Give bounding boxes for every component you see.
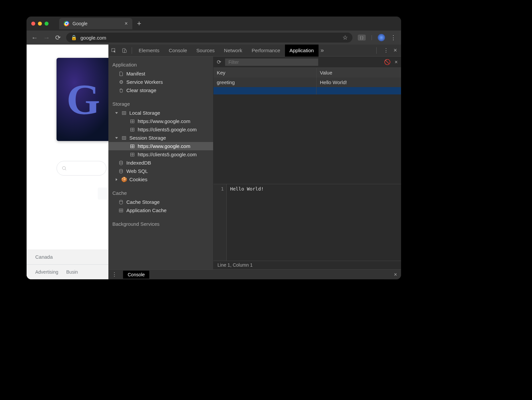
- window-titlebar: Google × +: [27, 17, 401, 31]
- sidebar-item-local-origin-0[interactable]: https://www.google.com: [108, 117, 213, 125]
- footer-link-business[interactable]: Busin: [66, 269, 78, 275]
- bookmark-star-icon[interactable]: ☆: [342, 34, 348, 41]
- minimize-window-icon[interactable]: [38, 22, 42, 26]
- chevron-down-icon: [115, 137, 118, 139]
- search-icon: [62, 166, 67, 171]
- svg-point-0: [63, 167, 66, 170]
- devtools-menu-icon[interactable]: ⋮: [383, 47, 389, 54]
- svg-point-25: [119, 200, 122, 201]
- database-icon: [118, 160, 124, 166]
- column-key[interactable]: Key: [213, 68, 317, 77]
- tab-performance[interactable]: Performance: [247, 45, 285, 57]
- table-icon: [130, 152, 135, 157]
- sidebar-item-websql[interactable]: Web SQL: [108, 167, 213, 175]
- browser-window: Google × + ← → ⟳ 🔒 google.com ☆ { } | ⋮ …: [27, 17, 401, 279]
- close-devtools-icon[interactable]: ×: [393, 47, 397, 54]
- trash-icon: [118, 88, 124, 93]
- footer-region: Canada: [27, 249, 108, 264]
- lock-icon: 🔒: [71, 35, 77, 41]
- google-footer: Canada Advertising Busin: [27, 249, 108, 279]
- storage-grid: Key Value greeting Hello World!: [213, 68, 401, 184]
- sidebar-header-cache: Cache: [108, 188, 213, 198]
- cell-key: greeting: [213, 77, 317, 87]
- extension-badge[interactable]: { }: [358, 35, 366, 41]
- forward-button[interactable]: →: [43, 34, 50, 42]
- sidebar-item-application-cache[interactable]: Application Cache: [108, 206, 213, 214]
- close-tab-icon[interactable]: ×: [125, 21, 128, 27]
- google-search-input[interactable]: [57, 161, 106, 176]
- reload-button[interactable]: ⟳: [55, 34, 61, 42]
- application-sidebar: Application Manifest ⚙Service Workers Cl…: [108, 57, 213, 269]
- devtools-tabbar: Elements Console Sources Network Perform…: [108, 45, 401, 57]
- file-icon: [118, 71, 124, 76]
- back-button[interactable]: ←: [31, 34, 38, 42]
- browser-menu-icon[interactable]: ⋮: [390, 34, 396, 41]
- column-value[interactable]: Value: [317, 68, 401, 77]
- tab-application[interactable]: Application: [285, 45, 319, 57]
- close-drawer-icon[interactable]: ×: [394, 272, 397, 278]
- sidebar-item-session-origin-1[interactable]: https://clients5.google.com: [108, 150, 213, 159]
- close-window-icon[interactable]: [31, 22, 35, 26]
- devtools-drawer: ⋮ Console ×: [108, 269, 401, 279]
- sidebar-item-service-workers[interactable]: ⚙Service Workers: [108, 78, 213, 86]
- sidebar-header-application: Application: [108, 60, 213, 69]
- footer-link-advertising[interactable]: Advertising: [35, 269, 58, 275]
- address-bar: ← → ⟳ 🔒 google.com ☆ { } | ⋮: [27, 31, 401, 45]
- sidebar-item-local-origin-1[interactable]: https://clients5.google.com: [108, 125, 213, 134]
- google-doodle[interactable]: G: [57, 58, 116, 141]
- filter-input[interactable]: [225, 59, 318, 66]
- preview-text[interactable]: Hello World!: [227, 184, 267, 261]
- tab-console[interactable]: Console: [164, 45, 192, 57]
- drawer-menu-icon[interactable]: ⋮: [108, 271, 120, 278]
- chevron-right-icon: [116, 178, 117, 181]
- storage-panel: ⟳ 🚫 × Key Value greeting Hello World!: [213, 57, 401, 269]
- new-tab-button[interactable]: +: [137, 19, 141, 28]
- value-preview: 1 Hello World!: [213, 184, 401, 261]
- omnibox[interactable]: 🔒 google.com ☆: [66, 33, 352, 43]
- sidebar-item-indexeddb[interactable]: IndexedDB: [108, 159, 213, 167]
- sidebar-item-manifest[interactable]: Manifest: [108, 69, 213, 78]
- tab-elements[interactable]: Elements: [134, 45, 164, 57]
- sidebar-item-session-storage[interactable]: Session Storage: [108, 134, 213, 142]
- sidebar-item-local-storage[interactable]: Local Storage: [108, 109, 213, 117]
- table-icon: [118, 208, 124, 213]
- sidebar-item-clear-storage[interactable]: Clear storage: [108, 86, 213, 94]
- sidebar-item-cache-storage[interactable]: Cache Storage: [108, 198, 213, 206]
- svg-rect-4: [124, 50, 126, 53]
- profile-avatar[interactable]: [378, 34, 385, 41]
- sidebar-item-session-origin-0[interactable]: https://www.google.com: [108, 142, 213, 150]
- database-icon: [118, 169, 124, 174]
- google-search-button[interactable]: [98, 188, 108, 200]
- delete-selected-icon[interactable]: ×: [395, 59, 398, 65]
- refresh-icon[interactable]: ⟳: [217, 59, 221, 65]
- sidebar-header-background-services: Background Services: [108, 219, 213, 229]
- gear-icon: ⚙: [118, 79, 124, 85]
- preview-gutter: 1: [213, 184, 227, 261]
- browser-tab[interactable]: Google ×: [59, 18, 132, 29]
- tab-sources[interactable]: Sources: [192, 45, 219, 57]
- tab-network[interactable]: Network: [219, 45, 247, 57]
- table-icon: [121, 110, 127, 116]
- table-icon: [130, 144, 135, 149]
- clear-all-icon[interactable]: 🚫: [384, 59, 391, 65]
- tab-title: Google: [72, 21, 87, 26]
- editor-status: Line 1, Column 1: [213, 261, 401, 269]
- url-text: google.com: [80, 35, 106, 41]
- table-icon: [130, 119, 135, 124]
- storage-row[interactable]: greeting Hello World!: [213, 77, 401, 87]
- svg-line-1: [65, 169, 66, 170]
- sidebar-item-cookies[interactable]: 🍪Cookies: [108, 175, 213, 184]
- storage-row-empty[interactable]: [213, 87, 401, 94]
- database-icon: [118, 200, 124, 205]
- chrome-devtools: Elements Console Sources Network Perform…: [108, 45, 401, 279]
- table-icon: [130, 127, 135, 132]
- inspect-element-icon[interactable]: [108, 48, 119, 53]
- maximize-window-icon[interactable]: [45, 22, 49, 26]
- drawer-tab-console[interactable]: Console: [123, 271, 149, 279]
- table-icon: [121, 135, 127, 141]
- page-google: G Canada Advertising Busin: [27, 45, 108, 279]
- google-favicon-icon: [64, 21, 69, 26]
- more-tabs-icon[interactable]: »: [321, 47, 324, 54]
- cell-value: Hello World!: [317, 77, 401, 87]
- device-toolbar-icon[interactable]: [119, 48, 130, 53]
